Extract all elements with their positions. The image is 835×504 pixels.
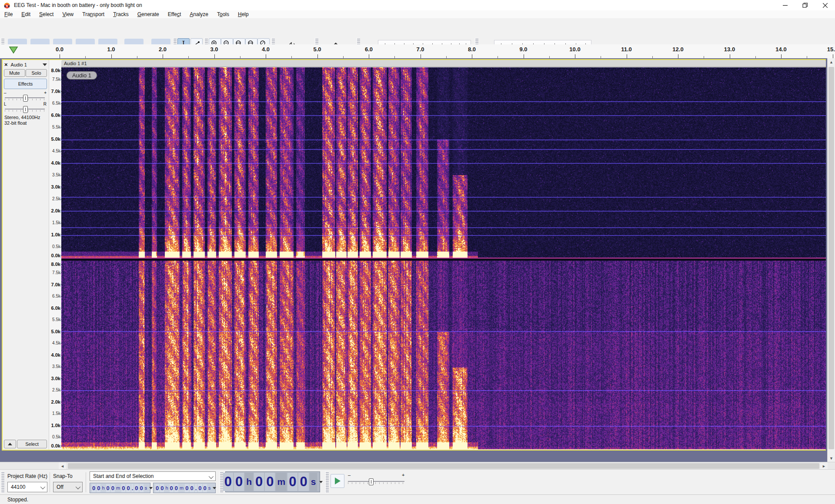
project-rate-combobox[interactable]: 44100 bbox=[7, 482, 47, 492]
solo-button[interactable]: Solo bbox=[26, 69, 47, 77]
horizontal-scroll-thumb[interactable] bbox=[68, 463, 819, 469]
effects-button[interactable]: Effects bbox=[4, 79, 47, 89]
track-menu-arrow-icon[interactable] bbox=[43, 63, 47, 66]
play-position-pin[interactable] bbox=[9, 46, 18, 54]
time-digit[interactable]: 0 bbox=[190, 484, 194, 492]
mute-button[interactable]: Mute bbox=[4, 69, 25, 77]
time-digit[interactable]: 0 bbox=[155, 484, 159, 492]
time-digit[interactable]: 0 bbox=[170, 484, 174, 492]
time-digit[interactable]: 0 bbox=[106, 484, 110, 492]
timeline-tick bbox=[369, 54, 369, 58]
menu-effect[interactable]: Effect bbox=[164, 11, 185, 18]
menu-help[interactable]: Help bbox=[234, 11, 253, 18]
play-at-speed-button[interactable] bbox=[331, 474, 344, 488]
pan-slider-thumb[interactable] bbox=[23, 106, 28, 113]
timeline-label: 9.0 bbox=[519, 46, 527, 53]
time-digit[interactable]: 0 bbox=[160, 484, 164, 492]
spectrogram-canvas[interactable] bbox=[61, 67, 826, 449]
audio-position-display[interactable]: 00h00m00s bbox=[225, 471, 320, 492]
time-digit[interactable]: 0 bbox=[97, 484, 100, 492]
selection-end-field[interactable]: 00h00m00.00s bbox=[153, 483, 216, 493]
audio-position-digits: 00h00m00s bbox=[223, 473, 318, 491]
restore-button[interactable] bbox=[795, 0, 815, 10]
menu-tools[interactable]: Tools bbox=[213, 11, 234, 18]
timeline-tick bbox=[627, 54, 627, 58]
scroll-right-arrow[interactable]: ► bbox=[820, 462, 828, 470]
track-select-button[interactable]: Select bbox=[17, 440, 47, 448]
timeline-label: 12.0 bbox=[672, 46, 683, 53]
frequency-ruler[interactable]: 8.0k7.5k7.0k6.5k6.0k5.5k5.0k4.5k4.0k3.5k… bbox=[49, 60, 62, 450]
time-digit[interactable]: 0 bbox=[287, 473, 297, 491]
toolbar-grip[interactable] bbox=[325, 471, 329, 493]
play-at-speed-icon bbox=[335, 477, 341, 484]
menu-edit[interactable]: Edit bbox=[17, 11, 35, 18]
track-title[interactable]: Audio 1 bbox=[11, 62, 27, 67]
time-digit[interactable]: 0 bbox=[298, 473, 308, 491]
timeline-tick bbox=[214, 54, 215, 58]
menu-analyze[interactable]: Analyze bbox=[185, 11, 213, 18]
timeline-label: 10.0 bbox=[569, 46, 580, 53]
scroll-up-arrow[interactable]: ▲ bbox=[828, 58, 835, 66]
menu-select[interactable]: Select bbox=[35, 11, 58, 18]
menu-tracks[interactable]: Tracks bbox=[109, 11, 133, 18]
vertical-scrollbar[interactable]: ▲ ▼ bbox=[827, 58, 835, 462]
display-spinner-icon[interactable] bbox=[319, 481, 323, 483]
time-digit[interactable]: 0 bbox=[254, 473, 264, 491]
freq-label: 4.0k bbox=[51, 352, 60, 358]
freq-label: 3.5k bbox=[52, 172, 60, 178]
gain-slider[interactable] bbox=[5, 95, 45, 101]
horizontal-scrollbar[interactable]: ◄ ► bbox=[0, 462, 835, 470]
time-digit[interactable]: . bbox=[195, 484, 197, 492]
menu-view[interactable]: View bbox=[58, 11, 78, 18]
track-control-panel: × Audio 1 Mute Solo Effects – + L R bbox=[3, 60, 49, 450]
minimize-button[interactable] bbox=[775, 0, 795, 10]
time-digit[interactable]: 0 bbox=[121, 484, 125, 492]
audio-clip[interactable]: Audio 1 #1 Audio 1 bbox=[61, 60, 826, 450]
time-digit[interactable]: 0 bbox=[134, 484, 138, 492]
time-unit: h bbox=[165, 485, 168, 491]
selection-mode-dropdown[interactable]: Start and End of Selection bbox=[90, 471, 216, 481]
time-digit[interactable]: 0 bbox=[111, 484, 115, 492]
time-digit[interactable]: 0 bbox=[234, 473, 244, 491]
play-speed-thumb[interactable] bbox=[369, 478, 374, 485]
play-speed-slider[interactable] bbox=[348, 478, 404, 484]
time-digit[interactable]: 0 bbox=[223, 473, 233, 491]
time-digit[interactable]: 0 bbox=[140, 484, 144, 492]
track-format-line2: 32-bit float bbox=[4, 120, 40, 126]
timeline-label: 11.0 bbox=[621, 46, 632, 53]
selection-start-digits: 00h00m00.00s bbox=[91, 484, 148, 492]
pan-slider[interactable] bbox=[5, 106, 45, 112]
track-area: × Audio 1 Mute Solo Effects – + L R bbox=[0, 58, 835, 462]
status-bar: Stopped. bbox=[0, 494, 835, 504]
time-digit[interactable]: 0 bbox=[92, 484, 96, 492]
clip-header[interactable]: Audio 1 #1 bbox=[61, 60, 826, 67]
field-spinner-icon[interactable] bbox=[213, 487, 216, 489]
menu-generate[interactable]: Generate bbox=[133, 11, 164, 18]
field-spinner-icon[interactable] bbox=[149, 487, 153, 489]
scroll-down-arrow[interactable]: ▼ bbox=[828, 454, 835, 462]
time-digit[interactable]: 0 bbox=[185, 484, 189, 492]
track-close-button[interactable]: × bbox=[4, 61, 8, 68]
time-unit: s bbox=[145, 485, 147, 491]
snap-to-combobox[interactable]: Off bbox=[53, 482, 83, 492]
selection-start-field[interactable]: 00h00m00.00s bbox=[90, 483, 150, 493]
timeline-ruler[interactable]: 0.01.02.03.04.05.06.07.08.09.010.011.012… bbox=[0, 44, 835, 59]
collapse-track-button[interactable] bbox=[4, 440, 16, 448]
time-digit[interactable]: 0 bbox=[265, 473, 275, 491]
scroll-left-arrow[interactable]: ◄ bbox=[59, 462, 66, 470]
freq-label: 1.5k bbox=[52, 411, 60, 416]
close-button[interactable] bbox=[815, 0, 835, 10]
time-digit[interactable]: 0 bbox=[198, 484, 202, 492]
menu-file[interactable]: File bbox=[0, 11, 17, 18]
vertical-scroll-thumb[interactable] bbox=[828, 67, 834, 449]
time-digit[interactable]: 0 bbox=[203, 484, 207, 492]
time-unit: h bbox=[102, 485, 104, 491]
time-digit[interactable]: 0 bbox=[174, 484, 178, 492]
gain-slider-thumb[interactable] bbox=[23, 95, 28, 102]
menu-transport[interactable]: Transport bbox=[78, 11, 109, 18]
selection-toolbar: Project Rate (Hz) 44100 Snap-To Off Star… bbox=[0, 469, 835, 495]
time-digit[interactable]: 0 bbox=[126, 484, 130, 492]
toolbar-grip[interactable] bbox=[1, 471, 4, 493]
time-digit[interactable]: . bbox=[131, 484, 134, 492]
timeline-label: 1.0 bbox=[107, 46, 115, 53]
